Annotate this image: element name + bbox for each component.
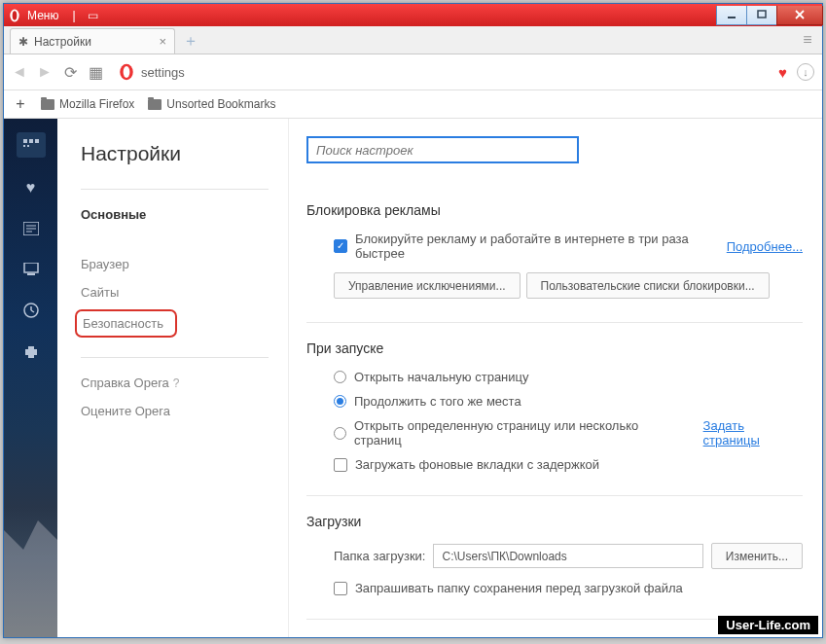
section-downloads-title: Загрузки	[306, 514, 803, 529]
adblock-label: Блокируйте рекламу и работайте в интерне…	[355, 232, 719, 261]
folder-icon	[41, 99, 54, 110]
download-folder-input[interactable]	[433, 544, 702, 568]
download-folder-label: Папка загрузки:	[334, 549, 425, 563]
opera-icon	[118, 63, 135, 81]
startup-radio-continue[interactable]	[334, 395, 346, 408]
adblock-checkbox[interactable]	[334, 239, 347, 253]
gear-icon: ✱	[18, 35, 28, 49]
rail-news-icon[interactable]	[20, 218, 42, 239]
minimize-button[interactable]	[716, 6, 747, 25]
section-startup-title: При запуске	[306, 340, 803, 356]
maximize-button[interactable]	[746, 6, 777, 25]
svg-rect-9	[29, 139, 33, 143]
rail-speed-dial-icon[interactable]	[17, 132, 46, 158]
left-rail: ♥	[4, 119, 57, 637]
titlebar-divider: |	[66, 9, 81, 22]
svg-rect-10	[35, 139, 39, 143]
reload-button[interactable]: ⟳	[62, 64, 78, 80]
tab-settings[interactable]: ✱ Настройки ×	[10, 28, 175, 54]
svg-rect-18	[27, 273, 35, 275]
tab-bar: ✱ Настройки × ＋ ≡	[4, 26, 822, 54]
sidebar-item-rate[interactable]: Оцените Opera	[81, 404, 288, 418]
svg-rect-3	[758, 11, 766, 18]
watermark: User-Life.com	[717, 615, 819, 635]
sidebar-item-basic[interactable]: Основные	[81, 207, 288, 222]
startup-radio-specific[interactable]	[334, 427, 346, 440]
new-tab-button[interactable]: ＋	[179, 30, 202, 52]
sidebar-item-help[interactable]: Справка Opera?	[81, 376, 288, 390]
menu-label[interactable]: Меню	[25, 9, 66, 22]
rail-extensions-icon[interactable]	[20, 340, 42, 362]
custom-lists-button[interactable]: Пользовательские списки блокировки...	[526, 272, 770, 299]
change-folder-button[interactable]: Изменить...	[711, 543, 803, 569]
rail-history-icon[interactable]	[20, 300, 42, 321]
add-bookmark-button[interactable]: +	[14, 95, 27, 113]
svg-rect-12	[27, 145, 29, 147]
svg-point-1	[13, 11, 18, 19]
folder-icon	[148, 99, 162, 110]
section-adblock-title: Блокировка рекламы	[306, 202, 803, 218]
back-button[interactable]: ◄	[12, 64, 27, 80]
address-field[interactable]	[113, 59, 769, 85]
svg-rect-17	[24, 263, 38, 272]
titlebar: Меню | ▭	[4, 4, 822, 26]
tab-menu-icon[interactable]: ≡	[793, 26, 822, 54]
forward-button[interactable]: ►	[37, 64, 53, 80]
svg-rect-11	[23, 145, 25, 147]
tab-title: Настройки	[34, 35, 91, 49]
sidebar-item-sites[interactable]: Сайты	[81, 285, 288, 300]
svg-rect-8	[23, 139, 27, 143]
opera-menu-button[interactable]	[4, 5, 25, 26]
tab-close-button[interactable]: ×	[159, 34, 166, 49]
heart-icon[interactable]: ♥	[778, 64, 787, 81]
close-button[interactable]	[776, 6, 823, 25]
downloads-icon[interactable]: ↓	[797, 63, 814, 81]
startup-radio-startpage[interactable]	[334, 371, 346, 383]
help-icon: ?	[173, 376, 180, 390]
settings-sidebar: Настройки Основные Браузер Сайты Безопас…	[57, 119, 289, 637]
svg-line-21	[31, 310, 34, 312]
speech-bubble-icon[interactable]: ▭	[82, 9, 104, 22]
page-title: Настройки	[81, 142, 288, 165]
sidebar-item-security[interactable]: Безопасность	[75, 309, 177, 338]
bookmarks-bar: + Mozilla Firefox Unsorted Bookmarks	[4, 90, 822, 119]
speed-dial-icon[interactable]: ▦	[88, 64, 103, 80]
bookmark-folder[interactable]: Unsorted Bookmarks	[148, 97, 275, 111]
ask-folder-checkbox[interactable]	[334, 582, 347, 595]
url-input[interactable]	[141, 65, 768, 80]
svg-point-7	[124, 66, 130, 78]
search-input[interactable]	[306, 136, 579, 163]
adblock-more-link[interactable]: Подробнее...	[727, 239, 803, 254]
address-bar: ◄ ► ⟳ ▦ ♥ ↓	[4, 54, 822, 90]
sidebar-item-browser[interactable]: Браузер	[81, 257, 288, 271]
settings-main: Блокировка рекламы Блокируйте рекламу и …	[289, 119, 822, 637]
manage-exceptions-button[interactable]: Управление исключениями...	[334, 272, 521, 299]
bookmark-folder[interactable]: Mozilla Firefox	[41, 97, 134, 111]
set-pages-link[interactable]: Задать страницы	[703, 418, 803, 447]
rail-sync-icon[interactable]	[20, 259, 42, 280]
rail-heart-icon[interactable]: ♥	[20, 177, 42, 198]
bg-tabs-checkbox[interactable]	[334, 458, 347, 472]
